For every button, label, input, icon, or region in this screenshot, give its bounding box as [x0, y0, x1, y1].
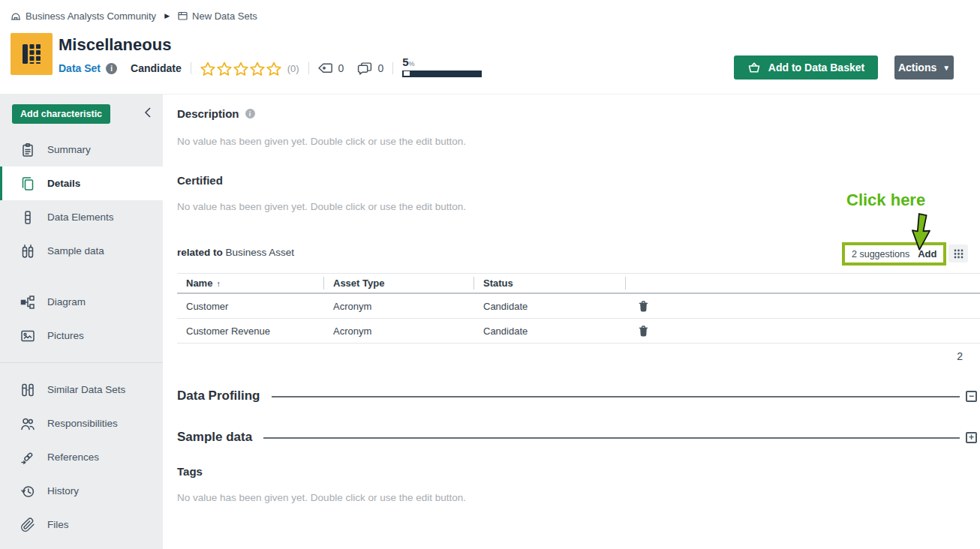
suggestions-count-label: 2 suggestions [852, 249, 909, 260]
community-icon [11, 10, 21, 21]
tags-placeholder[interactable]: No value has been given yet. Double clic… [177, 492, 466, 503]
sidebar-item-history[interactable]: History [0, 474, 163, 508]
table-view-options-button[interactable] [948, 244, 968, 262]
info-icon[interactable]: i [245, 109, 255, 118]
sidebar-item-label: History [47, 485, 79, 496]
add-characteristic-button[interactable]: Add characteristic [12, 104, 110, 124]
description-placeholder[interactable]: No value has been given yet. Double clic… [177, 136, 466, 147]
picture-icon [20, 328, 36, 344]
annotation-arrow-icon [905, 212, 938, 256]
collapse-sidebar-icon[interactable] [143, 106, 152, 122]
sidebar-item-sample-data[interactable]: Sample data [0, 234, 163, 268]
table-total-count: 2 [943, 350, 963, 362]
sidebar-nav: Summary Details Data Elements Sample dat… [0, 133, 163, 542]
sidebar-item-details[interactable]: Details [0, 166, 163, 200]
cell-status: Candidate [474, 301, 626, 312]
paperclip-icon [20, 518, 36, 532]
asset-meta-row: Data Set i Candidate (0) 0 0 [59, 58, 482, 78]
rating-count: (0) [287, 63, 299, 74]
sidebar-item-references[interactable]: References [0, 440, 163, 474]
comments-counter[interactable]: 0 [357, 62, 383, 75]
asset-type-link[interactable]: Data Set [59, 62, 101, 74]
sidebar-item-label: Sample data [47, 245, 104, 256]
info-icon[interactable]: i [106, 63, 117, 74]
comments-icon [357, 62, 372, 75]
collapse-minus-icon[interactable]: − [966, 391, 977, 402]
expand-plus-icon[interactable]: + [966, 432, 977, 443]
divider [191, 62, 191, 74]
relation-heading: related to Business Asset [177, 247, 294, 258]
column-header-asset-type[interactable]: Asset Type [324, 277, 474, 290]
actions-label: Actions [898, 62, 936, 74]
cell-name[interactable]: Customer Revenue [177, 326, 324, 337]
description-title: Description [177, 107, 239, 120]
completeness-indicator: 5% [402, 57, 482, 77]
asset-header: Miscellaneous Data Set i Candidate (0) 0… [0, 32, 980, 94]
star-icon [233, 62, 248, 76]
trash-icon [638, 300, 649, 313]
certified-placeholder[interactable]: No value has been given yet. Double clic… [177, 201, 466, 212]
tags-counter[interactable]: 0 [318, 62, 344, 74]
section-sample-data: Sample data + [177, 430, 977, 445]
description-heading: Description i [177, 107, 255, 120]
link-icon [20, 450, 36, 465]
history-clock-icon [20, 484, 36, 499]
data-column-icon [20, 210, 36, 225]
sidebar-item-similar-data-sets[interactable]: Similar Data Sets [0, 373, 163, 406]
section-rule [263, 437, 960, 439]
sidebar-item-label: Diagram [47, 296, 86, 308]
sidebar-item-label: Pictures [47, 330, 84, 341]
breadcrumb-community-label: Business Analysts Community [26, 10, 156, 22]
cell-asset-type: Acronym [324, 326, 474, 337]
sidebar-item-files[interactable]: Files [0, 508, 163, 542]
divider [308, 62, 309, 74]
sidebar-item-pictures[interactable]: Pictures [0, 319, 163, 352]
add-to-basket-label: Add to Data Basket [768, 62, 864, 74]
certified-title: Certified [177, 174, 223, 187]
delete-relation-button[interactable] [638, 325, 649, 338]
sidebar-item-responsibilities[interactable]: Responsibilities [0, 406, 163, 440]
breadcrumb-domain-label: New Data Sets [192, 10, 257, 22]
star-icon [200, 62, 215, 76]
tag-icon [318, 63, 333, 74]
tags-title: Tags [177, 465, 203, 478]
sidebar: Add characteristic Summary Details Data … [0, 94, 163, 549]
divider [392, 62, 393, 74]
comments-count: 0 [377, 62, 383, 74]
add-to-data-basket-button[interactable]: Add to Data Basket [734, 56, 878, 80]
similar-columns-icon [20, 382, 36, 398]
grid-icon [954, 249, 963, 259]
rating-stars[interactable] [200, 62, 281, 76]
data-set-asset-icon [11, 33, 53, 75]
progress-bar [402, 70, 482, 77]
chevron-down-icon: ▼ [942, 64, 950, 72]
relations-table: Name↑ Asset Type Status Customer Acronym… [177, 273, 980, 344]
delete-relation-button[interactable] [638, 300, 649, 313]
click-here-annotation: Click here [846, 190, 925, 210]
sidebar-item-label: Data Elements [47, 212, 114, 223]
tags-count: 0 [338, 62, 344, 74]
table-row[interactable]: Customer Revenue Acronym Candidate [177, 319, 980, 344]
progress-value: 5 [402, 56, 408, 68]
table-row[interactable]: Customer Acronym Candidate [177, 294, 980, 319]
star-icon [250, 62, 265, 76]
basket-icon [747, 62, 761, 74]
diagram-nodes-icon [20, 295, 36, 310]
cell-asset-type: Acronym [324, 301, 474, 312]
breadcrumb-domain-link[interactable]: New Data Sets [178, 10, 257, 22]
cell-name[interactable]: Customer [177, 301, 324, 312]
relation-target-type: Business Asset [226, 247, 295, 258]
section-title: Data Profiling [177, 388, 260, 404]
sidebar-item-data-elements[interactable]: Data Elements [0, 200, 163, 234]
sidebar-item-label: Summary [47, 144, 91, 155]
progress-unit: % [409, 60, 415, 68]
actions-button[interactable]: Actions ▼ [894, 56, 954, 80]
cell-status: Candidate [474, 326, 626, 337]
sidebar-item-diagram[interactable]: Diagram [0, 285, 163, 319]
column-header-name[interactable]: Name↑ [177, 277, 324, 290]
sidebar-item-summary[interactable]: Summary [0, 133, 163, 166]
breadcrumb-community-link[interactable]: Business Analysts Community [11, 10, 156, 22]
column-header-status[interactable]: Status [474, 277, 626, 290]
section-title: Sample data [177, 430, 252, 445]
certified-heading: Certified [177, 174, 223, 187]
